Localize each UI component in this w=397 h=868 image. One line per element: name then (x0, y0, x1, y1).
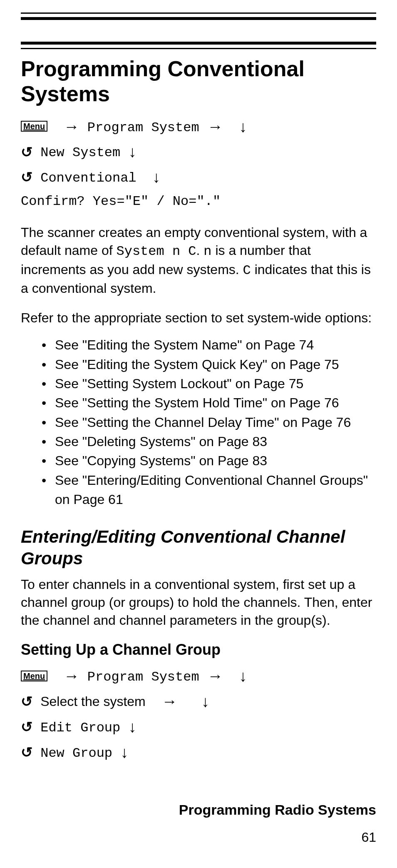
manual-page: Programming Conventional Systems Menu → … (0, 0, 397, 868)
scroll-icon: ↺ (21, 144, 32, 160)
nav-text: Select the system (40, 694, 146, 709)
arrow-down-icon: ↓ (120, 743, 128, 761)
list-item: See "Deleting Systems" on Page 83 (42, 432, 376, 451)
nav-text: Conventional (40, 170, 136, 186)
arrow-right-icon: → (64, 118, 79, 135)
page-number: 61 (361, 830, 376, 845)
paragraph-3: To enter channels in a conventional syst… (21, 576, 376, 630)
mid-rule-thick (21, 42, 376, 45)
list-item: See "Setting the Channel Delay Time" on … (42, 413, 376, 432)
arrow-down-icon: ↓ (239, 667, 247, 685)
arrow-right-icon: → (207, 667, 223, 685)
nav-text: New Group (40, 745, 112, 761)
list-item: See "Copying Systems" on Page 83 (42, 451, 376, 470)
list-item: See "Editing the System Name" on Page 74 (42, 335, 376, 354)
paragraph-2: Refer to the appropriate section to set … (21, 309, 376, 327)
list-item: See "Editing the System Quick Key" on Pa… (42, 355, 376, 374)
subsubsection-heading: Setting Up a Channel Group (21, 641, 376, 658)
code-text: System n C (116, 244, 196, 259)
nav-text: New System (40, 145, 120, 160)
arrow-right-icon: → (207, 118, 223, 135)
arrow-down-icon: ↓ (239, 118, 247, 135)
nav-step-g2: ↺ Select the system → ↓ (21, 690, 376, 715)
subsection-heading: Entering/Editing Conventional Channel Gr… (21, 526, 376, 570)
scroll-icon: ↺ (21, 719, 32, 735)
list-item: See "Setting the System Hold Time" on Pa… (42, 393, 376, 412)
nav-step-g1: Menu → Program System → ↓ (21, 664, 376, 690)
text: . (196, 243, 204, 258)
nav-text: Program System (87, 669, 199, 685)
nav-text: Confirm? Yes="E" / No="." (21, 194, 221, 209)
nav-step-3: ↺ Conventional ↓ (21, 165, 376, 191)
list-item: See "Setting System Lockout" on Page 75 (42, 374, 376, 393)
scroll-icon: ↺ (21, 693, 32, 709)
footer-chapter-title: Programming Radio Systems (179, 802, 376, 818)
arrow-down-icon: ↓ (152, 168, 160, 186)
nav-text: Edit Group (40, 720, 120, 736)
reference-list: See "Editing the System Name" on Page 74… (21, 335, 376, 509)
code-text: C (243, 263, 251, 278)
nav-step-1: Menu → Program System → ↓ (21, 115, 376, 140)
nav-step-g3: ↺ Edit Group ↓ (21, 715, 376, 741)
nav-text: Program System (87, 120, 199, 135)
arrow-down-icon: ↓ (128, 143, 136, 160)
mid-rule-thin (21, 48, 376, 49)
scroll-icon: ↺ (21, 169, 32, 185)
nav-step-g4: ↺ New Group ↓ (21, 741, 376, 766)
menu-key: Menu (21, 671, 47, 681)
nav-confirm: Confirm? Yes="E" / No="." (21, 191, 376, 212)
nav-step-2: ↺ New System ↓ (21, 140, 376, 165)
arrow-down-icon: ↓ (128, 718, 136, 736)
menu-key: Menu (21, 121, 47, 132)
arrow-right-icon: → (64, 667, 79, 685)
list-item: See "Entering/Editing Conventional Chann… (42, 471, 376, 509)
paragraph-1: The scanner creates an empty conventiona… (21, 224, 376, 297)
code-text: n (203, 244, 211, 259)
top-rule-thick (21, 17, 376, 20)
arrow-down-icon: ↓ (201, 693, 209, 710)
scroll-icon: ↺ (21, 744, 32, 760)
arrow-right-icon: → (161, 693, 177, 710)
section-heading: Programming Conventional Systems (21, 57, 376, 107)
